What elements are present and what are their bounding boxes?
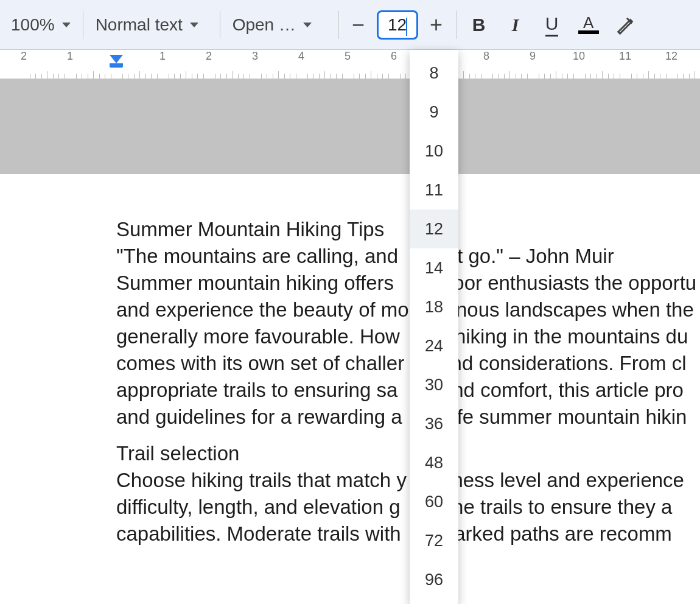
bold-button[interactable]: B [464,10,494,40]
text: oor enthusiasts the opportu [453,272,696,294]
font-size-option[interactable]: 8 [410,54,458,93]
ruler-number: 6 [391,50,397,63]
text: marked paths are recomm [438,522,672,545]
ruler-number: 8 [483,50,489,63]
font-size-value: 12 [388,15,407,35]
divider [338,11,339,39]
font-family-value: Open … [233,15,296,35]
text: "The mountains are calling, and [116,245,404,267]
text: fe summer mountain hikin [457,406,687,428]
font-size-option[interactable]: 96 [410,560,458,599]
ruler-number: 5 [345,50,351,63]
font-size-option[interactable]: 72 [410,521,458,560]
paragraph-style-select[interactable]: Normal text [91,12,212,38]
font-size-option[interactable]: 60 [410,482,458,521]
text: generally more favourable. How [116,325,400,348]
ruler-number: 4 [298,50,304,63]
chevron-down-icon [62,23,71,27]
horizontal-ruler[interactable]: 21123456789101112 [0,50,700,79]
text: Choose hiking trails that match y [116,469,407,491]
heading: Trail selection [116,442,239,465]
font-family-select[interactable]: Open … [228,12,331,38]
text: nd comfort, this article pro [452,379,684,401]
zoom-value: 100% [11,15,55,35]
font-size-option[interactable]: 12 [410,209,458,248]
chevron-down-icon [303,23,312,27]
text: and considerations. From cl [439,352,686,374]
ruler-number: 12 [665,50,677,63]
font-size-option[interactable]: 30 [410,365,458,404]
highlighter-icon [615,15,635,35]
underline-button[interactable]: U [537,10,567,40]
decrease-font-size-button[interactable]: − [346,13,371,37]
indent-marker[interactable] [110,55,123,68]
ruler-number: 1 [67,50,73,63]
text: comes with its own set of challer [116,352,404,374]
divider [83,11,83,39]
text: hiking in the mountains du [455,325,688,348]
text-color-icon: A [578,16,599,34]
divider [220,11,220,39]
text: appropriate trails to ensuring sa [116,379,397,401]
ruler-number: 2 [206,50,212,63]
font-size-option[interactable]: 48 [410,443,458,482]
toolbar: 100% Normal text Open … − 12 + B I U A [0,0,700,50]
font-size-option[interactable]: 10 [410,132,458,170]
text: difficulty, length, and elevation g [116,496,401,518]
font-size-group: − 12 + [346,0,449,49]
font-size-option[interactable]: 18 [410,287,458,326]
ruler-number: 9 [530,50,536,63]
text: and guidelines for a rewarding a [116,406,402,428]
document-workspace: Summer Mountain Hiking Tips "The mountai… [0,79,700,604]
font-size-option[interactable]: 11 [410,170,458,209]
font-size-dropdown[interactable]: 89101112141824303648607296 [410,50,458,604]
text: itness level and experience [442,469,684,491]
font-size-input[interactable]: 12 [377,10,418,40]
text-cursor [406,18,407,36]
font-size-option[interactable]: 9 [410,93,458,132]
font-size-option[interactable]: 24 [410,326,458,365]
text: and experience the beauty of mo [116,298,409,321]
paragraph-style-value: Normal text [96,15,183,35]
increase-font-size-button[interactable]: + [424,13,449,37]
text: f the trails to ensure they a [436,496,673,518]
divider [456,11,457,39]
ruler-number: 2 [21,50,27,63]
italic-button[interactable]: I [500,10,531,40]
document-content[interactable]: Summer Mountain Hiking Tips "The mountai… [116,216,700,547]
text: capabilities. Moderate trails with [116,522,401,545]
chevron-down-icon [190,23,198,27]
highlight-color-button[interactable] [610,10,640,40]
ruler-number: 10 [573,50,585,63]
ruler-number: 1 [159,50,166,63]
font-size-option[interactable]: 14 [410,248,458,287]
text: t go." – John Muir [457,245,614,267]
text: Summer mountain hiking offers [116,272,399,294]
title: Summer Mountain Hiking Tips [116,218,384,241]
zoom-select[interactable]: 100% [6,12,75,38]
ruler-number: 3 [252,50,258,63]
font-size-option[interactable]: 36 [410,404,458,443]
ruler-number: 11 [619,50,631,63]
text-color-button[interactable]: A [573,10,604,40]
text: inous landscapes when the [452,298,694,321]
